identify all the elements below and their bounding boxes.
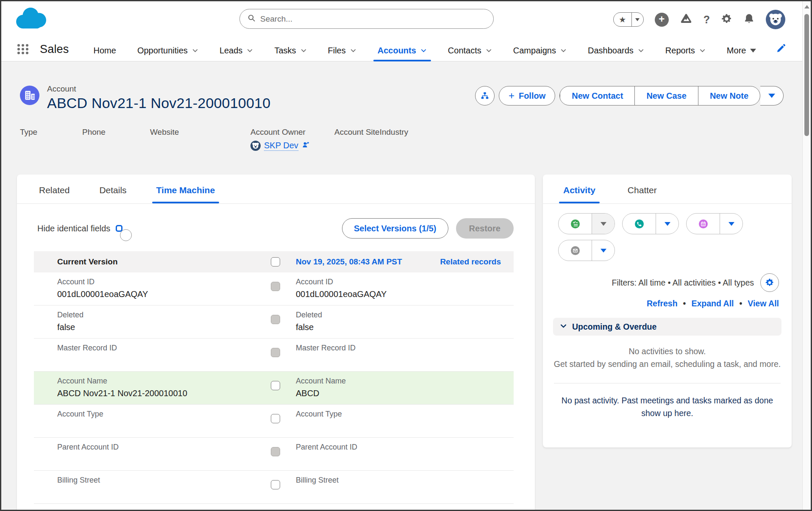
more-actions-button[interactable] [760,86,783,105]
triangle-down-icon[interactable] [750,49,756,53]
chevron-down-icon[interactable] [192,47,198,54]
activity-link[interactable]: Refresh [647,299,678,308]
activity-tab[interactable]: Activity [562,185,597,203]
nav-tab[interactable]: More [727,43,756,61]
chevron-down-icon[interactable] [247,47,253,54]
app-launcher-icon[interactable] [17,44,29,54]
table-body: Account ID 001dL00001eoaGAQAY Account ID… [34,272,514,504]
favorites-button[interactable]: ★ [613,12,644,27]
chevron-down-icon[interactable] [699,47,706,54]
table-row: Parent Account ID Parent Account ID [34,438,514,471]
activity-tab[interactable]: Chatter [626,185,659,203]
guidance-center-icon[interactable] [680,12,692,27]
view-hierarchy-button[interactable] [475,86,495,106]
favorites-icon[interactable]: ★ [614,13,631,26]
activity-link[interactable]: Expand All [678,299,734,308]
salesforce-page: Search... ★ + ? [1,1,802,510]
record-header: Account ABCD Nov21-1 Nov21-200010010 + F… [1,61,802,151]
version-value: 001dL00001eoaGAQAY [296,289,514,300]
account-owner-link[interactable]: SKP Dev [264,141,298,151]
nav-tab[interactable]: Contacts [448,43,492,61]
action-button[interactable]: New Note [698,86,760,105]
action-button[interactable]: New Case [634,86,698,105]
chevron-down-icon[interactable] [486,47,492,54]
search-icon [247,14,256,24]
nav-tab[interactable]: Campaigns [513,43,567,61]
activity-link[interactable]: View All [734,299,779,308]
global-search-input[interactable]: Search... [239,9,494,29]
browser-viewport: Search... ★ + ? [0,0,812,511]
nav-tab[interactable]: Home [94,43,116,61]
log-a-call-dropdown[interactable] [656,214,679,234]
email-button[interactable] [559,240,592,261]
field-name: Deleted [57,311,263,319]
restore-button[interactable]: Restore [456,218,514,239]
scrollbar-thumb[interactable] [804,14,809,136]
record-tab[interactable]: Related [37,185,71,203]
field-name: Account Type [57,410,263,419]
current-value [57,455,263,465]
log-a-call-button[interactable] [623,214,656,234]
email-icon [567,243,583,258]
account-owner-value: SKP Dev [250,141,334,151]
global-actions-icon[interactable]: + [655,13,669,27]
chevron-down-icon[interactable] [300,47,307,54]
version-select-checkbox[interactable] [271,257,280,267]
past-activity-text: No past activity. Past meetings and task… [559,394,776,419]
record-actions: + Follow New Contact New Case New Note [475,86,784,106]
upcoming-overdue-section[interactable]: Upcoming & Overdue [553,318,781,336]
hide-identical-fields-toggle[interactable] [116,225,122,232]
edit-navigation-pencil-icon[interactable] [776,43,786,55]
version-date-link[interactable]: Nov 19, 2025, 08:43 AM PST [296,257,402,267]
field-name: Master Record ID [57,344,263,353]
chevron-down-icon[interactable] [350,47,356,54]
record-field: Type [20,128,82,151]
nav-tab[interactable]: Dashboards [588,43,644,61]
log-a-call-button-group [622,213,679,234]
change-owner-icon[interactable] [302,141,310,151]
row-checkbox[interactable] [271,381,280,390]
new-task-dropdown[interactable] [592,214,615,234]
new-event-button[interactable] [687,214,720,234]
app-name[interactable]: Sales [40,43,69,56]
user-avatar[interactable] [766,10,785,29]
nav-tab[interactable]: Accounts [378,43,427,61]
action-button[interactable]: New Contact [560,86,634,105]
help-icon[interactable]: ? [704,14,710,26]
page-title: ABCD Nov21-1 Nov21-200010010 [47,95,270,111]
row-checkbox[interactable] [271,348,280,357]
nav-tab[interactable]: Tasks [274,43,306,61]
field-name: Account Name [57,377,263,386]
nav-tab[interactable]: Reports [665,43,706,61]
section-title: Upcoming & Overdue [572,322,656,332]
related-records-link[interactable]: Related records [440,257,514,267]
email-dropdown[interactable] [592,240,615,261]
record-action-group: New Contact New Case New Note [559,86,760,106]
task-icon [567,216,583,231]
row-checkbox[interactable] [271,447,280,456]
chevron-down-icon[interactable] [420,47,427,54]
new-event-dropdown[interactable] [720,214,742,234]
new-task-button[interactable] [559,214,592,234]
notifications-icon[interactable] [743,13,755,26]
current-value: false [57,322,263,333]
follow-button[interactable]: + Follow [499,86,555,106]
row-checkbox[interactable] [271,315,280,324]
nav-tab[interactable]: Leads [220,43,253,61]
chevron-down-icon[interactable] [638,47,644,54]
setup-icon[interactable] [721,13,732,26]
nav-tab[interactable]: Opportunities [137,43,198,61]
row-checkbox[interactable] [271,480,280,489]
record-tab[interactable]: Time Machine [155,185,217,203]
select-versions-button[interactable]: Select Versions (1/5) [342,218,448,239]
record-tab[interactable]: Details [97,185,128,203]
divider [554,383,781,383]
activity-settings-button[interactable] [760,273,779,292]
scrollbar-up-arrow[interactable] [804,5,809,8]
favorites-expand-icon[interactable] [631,13,643,26]
row-checkbox[interactable] [271,282,280,291]
page-scrollbar[interactable] [802,1,811,510]
nav-tab[interactable]: Files [328,43,356,61]
chevron-down-icon[interactable] [560,47,567,54]
row-checkbox[interactable] [271,414,280,423]
